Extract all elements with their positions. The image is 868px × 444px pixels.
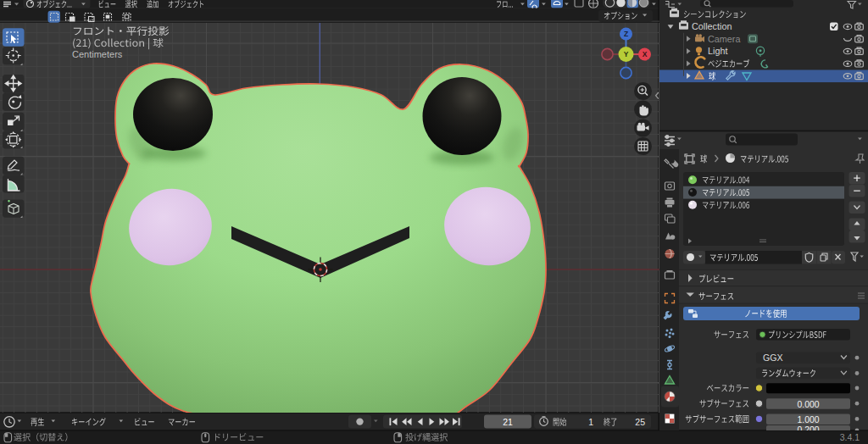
svg-text:Z: Z [624, 30, 628, 38]
svg-text:X: X [643, 50, 648, 58]
svg-text:1.000: 1.000 [797, 415, 819, 425]
svg-text:Centimeters: Centimeters [72, 49, 123, 59]
svg-text:Light: Light [708, 46, 727, 56]
svg-text:0.000: 0.000 [797, 400, 819, 409]
svg-text:1: 1 [588, 417, 593, 427]
svg-text:Camera: Camera [708, 34, 740, 44]
svg-text:3.4.1: 3.4.1 [840, 432, 860, 442]
svg-text:Collection: Collection [692, 21, 732, 31]
svg-text:25: 25 [635, 417, 645, 427]
svg-text:Y: Y [624, 50, 629, 58]
svg-text:21: 21 [503, 417, 513, 427]
svg-text:GGX: GGX [763, 352, 783, 363]
